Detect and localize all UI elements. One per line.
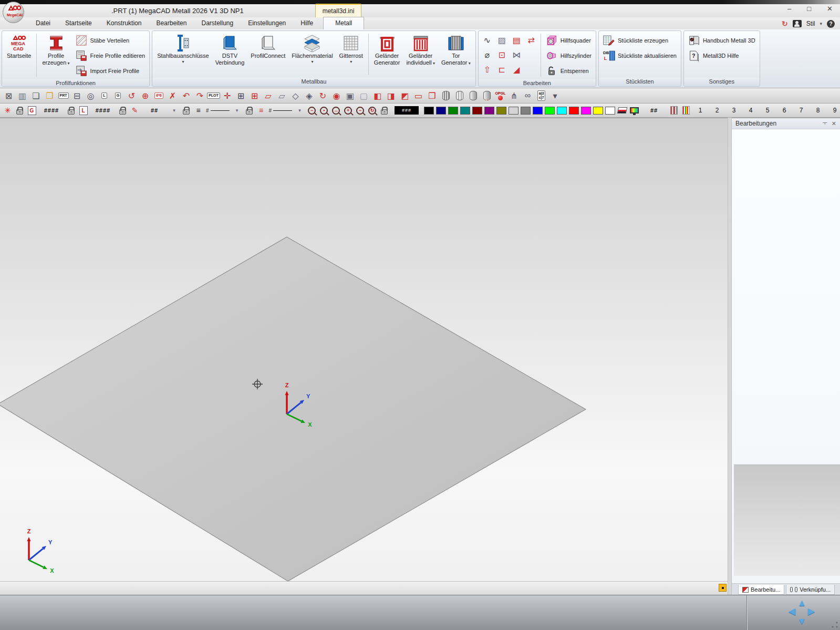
pan-left-icon[interactable]: ◀ <box>789 607 795 616</box>
entsperren-button[interactable]: Entsperren <box>544 64 594 78</box>
plane-origin-icon[interactable]: ◈ <box>303 89 316 102</box>
color-swatch-teal[interactable] <box>460 105 471 116</box>
hilfszylinder-button[interactable]: Hilfszylinder <box>544 48 594 63</box>
color-swatch-cyan[interactable] <box>556 105 567 116</box>
plate-cut-icon[interactable]: ◢ <box>510 63 523 76</box>
refresh-icon[interactable]: ↻ <box>782 19 788 28</box>
color-swatch-navy[interactable] <box>435 105 447 116</box>
menu-item-hilfe[interactable]: Hilfe <box>293 17 320 29</box>
view-preset-6[interactable]: 6 <box>776 105 792 116</box>
metall3d-hilfe-button[interactable]: ?Metall3D Hilfe <box>686 48 758 63</box>
view-preset-1[interactable]: 1 <box>692 105 708 116</box>
pan-up-icon[interactable]: ▲ <box>797 598 806 607</box>
zoom-in-icon[interactable]: + <box>343 105 354 116</box>
staebe-verteilen-button[interactable]: Stäbe Verteilen <box>74 33 148 47</box>
hatchstyle-preview[interactable]: # <box>268 105 294 116</box>
stueckliste-erzeugen-button[interactable]: Stückliste erzeugen <box>601 33 679 47</box>
menu-item-metall[interactable]: Metall <box>323 17 364 29</box>
color-swatch-green[interactable] <box>448 105 459 116</box>
page-g-icon[interactable]: G <box>111 89 125 102</box>
view-preset-5[interactable]: 5 <box>760 105 775 116</box>
pin-icon[interactable]: ⊦ <box>821 122 828 125</box>
lock-group-icon[interactable] <box>14 105 25 116</box>
redraw-icon[interactable]: ↺ <box>125 89 138 102</box>
undo-icon[interactable]: ↶ <box>180 89 193 102</box>
workplane-dashed-icon[interactable]: ▱ <box>275 89 288 102</box>
zoom-extents-icon[interactable]: ↔ <box>330 105 341 116</box>
open-folder-icon[interactable]: ❒ <box>43 89 56 102</box>
lock-lineweight-icon[interactable] <box>181 105 192 116</box>
monitor-refresh-icon[interactable]: ▭ <box>412 89 425 102</box>
profile-clamp-icon[interactable]: ⊏ <box>495 63 509 76</box>
plate-distance-icon[interactable]: ⇄ <box>525 34 538 47</box>
gelaender-generator-button[interactable]: Geländer Generator <box>371 33 403 67</box>
page-l-icon[interactable]: L <box>98 89 111 102</box>
shaded-cube-icon[interactable]: ▣ <box>344 89 357 102</box>
startseite-button[interactable]: MEGACADStartseite <box>4 33 34 60</box>
pen-caret-icon[interactable]: ▾ <box>169 105 180 116</box>
style-selector[interactable]: Stil <box>806 20 815 27</box>
pen-value[interactable]: ## <box>145 105 164 116</box>
profile-list-icon[interactable]: ▤ <box>510 34 523 47</box>
color-swatch-silver[interactable] <box>508 105 519 116</box>
lock-layer-icon[interactable] <box>66 105 77 116</box>
plot-icon[interactable]: PLOT <box>207 89 220 102</box>
shaded-faces-cube-icon[interactable]: ◨ <box>385 89 398 102</box>
hidden-line-cube-icon[interactable]: ◧ <box>371 89 384 102</box>
hatchstyle-caret-icon[interactable]: ▾ <box>294 105 305 116</box>
lineweight-icon[interactable]: ≡ <box>193 105 204 116</box>
status-indicator[interactable] <box>719 584 727 592</box>
current-color-swatch[interactable]: ### <box>391 105 422 116</box>
cylinder-smooth-icon[interactable] <box>466 89 480 102</box>
color-swatch-purple[interactable] <box>484 105 495 116</box>
rotate-view-icon[interactable]: ↻ <box>316 89 329 102</box>
zoom-previous-icon[interactable]: ↻ <box>367 105 378 116</box>
freie-profile-editieren-button[interactable]: Freie Profile editieren <box>74 48 148 63</box>
menu-item-bearbeiten[interactable]: Bearbeiten <box>149 17 194 29</box>
gitterrost-button[interactable]: Gitterrost▾ <box>337 33 366 65</box>
coordinate-system-icon[interactable]: ✛ <box>221 89 234 102</box>
cylinder-segments-icon[interactable] <box>453 89 466 102</box>
color-swatch-black[interactable] <box>423 105 434 116</box>
handbuch-metall-3d-button[interactable]: Handbuch Metall 3D <box>686 33 758 47</box>
new-document-icon[interactable]: ❏ <box>29 89 43 102</box>
plane-normal-icon[interactable]: ◇ <box>289 89 302 102</box>
menu-item-datei[interactable]: Datei <box>28 17 58 29</box>
view-cube-icon[interactable]: ⊞ <box>234 89 247 102</box>
lift-box-icon[interactable]: ⇧ <box>481 63 494 76</box>
open-material-icon[interactable]: ❒ <box>426 89 439 102</box>
layer-value[interactable]: #### <box>94 105 112 116</box>
view-cube-red-icon[interactable]: ⊞ <box>248 89 261 102</box>
menu-item-konstruktion[interactable]: Konstruktion <box>99 17 149 29</box>
zoom-screen-icon[interactable]: ⊕ <box>139 89 152 102</box>
help-icon[interactable]: ? <box>827 20 835 28</box>
cylinder-wireframe-icon[interactable] <box>439 89 452 102</box>
document-tab[interactable]: metall3d.ini <box>315 4 361 17</box>
viewport-canvas[interactable]: ZYX ZYX <box>0 118 728 581</box>
toolbar-options-chevron[interactable]: ▾ <box>548 89 562 102</box>
color-swatch-lime[interactable] <box>544 105 555 116</box>
wireframe-cube-icon[interactable]: ▢ <box>357 89 370 102</box>
print-icon[interactable]: ⊟ <box>70 89 84 102</box>
pen-icon[interactable]: ✎ <box>129 105 140 116</box>
minimize-button[interactable]: – <box>787 5 791 13</box>
resize-grip[interactable] <box>831 621 838 628</box>
color-bars-alt-icon[interactable] <box>680 105 691 116</box>
color-bars-icon[interactable] <box>668 105 679 116</box>
multi-view-icon[interactable]: 6*6 <box>152 89 165 102</box>
view-preset-4[interactable]: 4 <box>743 105 759 116</box>
database-icon[interactable]: ▥ <box>16 89 29 102</box>
print-preview-icon[interactable]: ◎ <box>84 89 97 102</box>
text-format-icon[interactable]: a|3 c|7 <box>535 89 548 102</box>
style-caret-icon[interactable]: ▾ <box>820 21 822 26</box>
menu-item-einstellungen[interactable]: Einstellungen <box>241 17 293 29</box>
redo-icon[interactable]: ↷ <box>193 89 206 102</box>
color-swatch-maroon[interactable] <box>472 105 483 116</box>
color-swatch-blue[interactable] <box>532 105 543 116</box>
group-value[interactable]: #### <box>42 105 61 116</box>
user-icon[interactable] <box>793 20 802 27</box>
clean-redraw-icon[interactable]: ✗ <box>166 89 179 102</box>
pan-navigator[interactable]: ▲ ▼ ◀ ▶ <box>789 600 814 625</box>
save-prt-icon[interactable]: PRT <box>57 89 70 102</box>
layer-page-icon[interactable]: L <box>78 105 89 116</box>
